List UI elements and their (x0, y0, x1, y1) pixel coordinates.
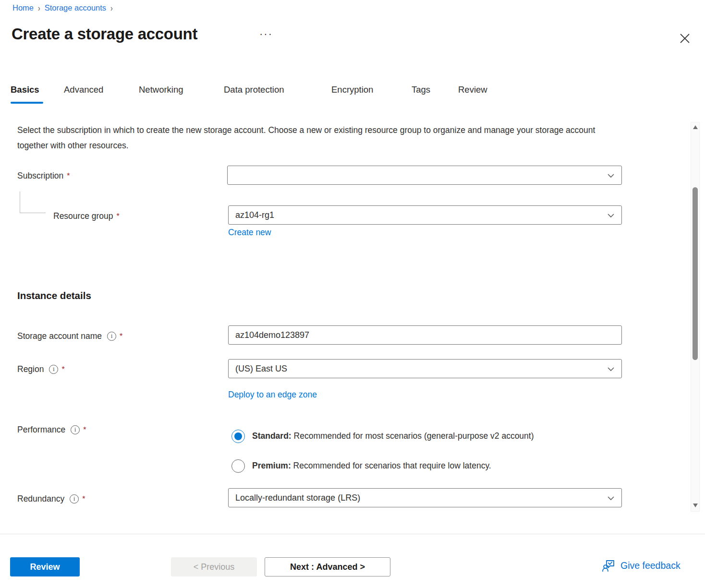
tab-tags[interactable]: Tags (412, 84, 430, 95)
performance-premium-name: Premium: (252, 461, 291, 470)
storage-account-name-input[interactable]: az104demo123897 (228, 325, 622, 345)
info-icon[interactable]: i (107, 332, 116, 341)
tab-data-protection[interactable]: Data protection (224, 84, 284, 95)
tab-basics[interactable]: Basics (11, 84, 39, 95)
required-asterisk: * (117, 212, 120, 221)
storage-account-name-label: Storage account name i * (17, 331, 122, 341)
resource-group-indent-connector (20, 192, 46, 213)
performance-standard-text: Standard: Recommended for most scenarios… (252, 430, 534, 441)
performance-premium-radio[interactable]: Premium: Recommended for scenarios that … (231, 459, 491, 473)
scrollbar-up-arrow-icon[interactable] (693, 125, 698, 129)
review-button[interactable]: Review (10, 557, 80, 576)
storage-account-name-label-text: Storage account name (17, 331, 102, 341)
intro-text: Select the subscription in which to crea… (17, 123, 620, 153)
performance-label-text: Performance (17, 425, 65, 435)
next-advanced-button[interactable]: Next : Advanced > (265, 557, 390, 576)
storage-account-name-value: az104demo123897 (235, 330, 309, 340)
info-icon[interactable]: i (49, 365, 58, 374)
resource-group-value: az104-rg1 (235, 210, 274, 220)
subscription-label: Subscription * (17, 171, 70, 181)
radio-selected-icon (231, 430, 245, 443)
breadcrumb-home[interactable]: Home (12, 3, 34, 12)
chevron-down-icon (607, 495, 615, 502)
give-feedback-label: Give feedback (620, 560, 681, 571)
breadcrumb: Home › Storage accounts › (12, 3, 113, 12)
footer-divider (0, 534, 705, 534)
chevron-down-icon (607, 212, 615, 219)
chevron-down-icon (607, 366, 615, 372)
chevron-down-icon (607, 172, 615, 179)
tab-encryption[interactable]: Encryption (331, 84, 373, 95)
redundancy-value: Locally-redundant storage (LRS) (235, 493, 360, 503)
performance-standard-name: Standard: (252, 431, 292, 441)
tab-advanced[interactable]: Advanced (64, 84, 103, 95)
info-icon[interactable]: i (71, 425, 80, 434)
region-label-text: Region (17, 364, 44, 374)
region-value: (US) East US (235, 364, 287, 374)
redundancy-label: Redundancy i * (17, 494, 85, 504)
resource-group-label-text: Resource group (53, 211, 113, 221)
region-dropdown[interactable]: (US) East US (228, 359, 622, 378)
create-storage-account-page: Home › Storage accounts › Create a stora… (0, 0, 705, 588)
radio-unselected-icon (231, 459, 245, 473)
previous-button[interactable]: < Previous (171, 557, 257, 576)
performance-standard-radio[interactable]: Standard: Recommended for most scenarios… (231, 430, 534, 443)
required-asterisk: * (61, 365, 64, 374)
subscription-dropdown[interactable] (227, 166, 622, 185)
required-asterisk: * (67, 172, 70, 180)
subscription-label-text: Subscription (17, 171, 63, 181)
required-asterisk: * (83, 426, 86, 434)
required-asterisk: * (82, 495, 85, 504)
close-x-glyph (679, 32, 691, 45)
performance-premium-text: Premium: Recommended for scenarios that … (252, 459, 491, 471)
vertical-scrollbar-thumb[interactable] (693, 187, 698, 360)
info-icon[interactable]: i (70, 494, 79, 504)
resource-group-dropdown[interactable]: az104-rg1 (228, 205, 622, 225)
close-icon[interactable] (677, 31, 693, 46)
feedback-icon (602, 559, 615, 572)
tab-networking[interactable]: Networking (139, 84, 183, 95)
resource-group-label: Resource group * (53, 211, 120, 221)
performance-premium-description: Recommended for scenarios that require l… (293, 461, 491, 470)
performance-standard-description: Recommended for most scenarios (general-… (294, 431, 534, 441)
redundancy-label-text: Redundancy (17, 494, 64, 504)
scrollbar-down-arrow-icon[interactable] (693, 504, 698, 507)
breadcrumb-separator-icon: › (110, 3, 113, 13)
create-new-link[interactable]: Create new (228, 228, 271, 238)
breadcrumb-storage-accounts[interactable]: Storage accounts (45, 3, 106, 12)
redundancy-dropdown[interactable]: Locally-redundant storage (LRS) (228, 488, 622, 507)
active-tab-indicator (11, 102, 43, 104)
region-label: Region i * (17, 364, 65, 374)
breadcrumb-separator-icon: › (38, 3, 40, 13)
performance-label: Performance i * (17, 425, 86, 435)
required-asterisk: * (120, 332, 122, 341)
give-feedback-link[interactable]: Give feedback (602, 559, 681, 572)
deploy-edge-zone-link[interactable]: Deploy to an edge zone (228, 390, 317, 400)
tab-review[interactable]: Review (458, 84, 487, 95)
page-title: Create a storage account (12, 25, 197, 43)
more-options-icon[interactable]: ··· (259, 28, 273, 40)
instance-details-heading: Instance details (17, 290, 91, 301)
